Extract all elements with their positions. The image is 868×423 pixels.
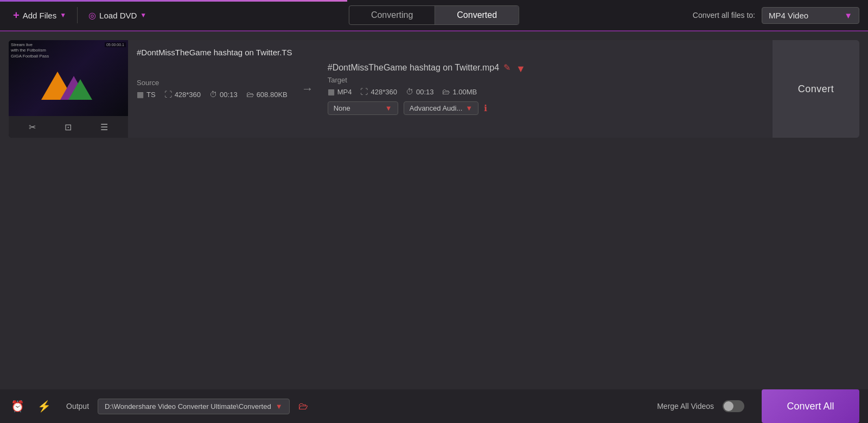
clock-icon-target: ⏱ [406, 87, 413, 96]
edit-icon[interactable]: ✎ [503, 62, 510, 73]
target-format-item: ▦ MP4 [328, 87, 352, 96]
output-label: Output [66, 402, 89, 411]
convert-all-to-section: Convert all files to: MP4 Video ▼ [693, 7, 859, 24]
subtitle-option: None [334, 104, 350, 112]
subtitle-dropdown[interactable]: None ▼ [328, 101, 398, 115]
folder-icon-source: 🗁 [246, 90, 254, 99]
format-selected-label: MP4 Video [769, 11, 808, 20]
output-path-arrow: ▼ [276, 402, 283, 411]
audio-dropdown-arrow: ▼ [465, 104, 473, 112]
audio-option: Advanced Audi... [410, 104, 463, 112]
tab-bar: Converting Converted [349, 5, 519, 25]
target-filename-row: #DontMissTheGame hashtag on Twitter.mp4 … [328, 62, 510, 73]
target-block: #DontMissTheGame hashtag on Twitter.mp4 … [328, 62, 510, 115]
source-duration: 00:13 [220, 91, 238, 99]
boost-icon-btn[interactable]: ⚡ [35, 398, 53, 415]
convert-btn-area: Convert [773, 40, 859, 138]
tab-converted[interactable]: Converted [435, 6, 519, 24]
trim-button[interactable]: ✂ [27, 120, 38, 134]
thumb-text-overlay: Stream live with the Fútbolísm GIGA Foot… [11, 42, 49, 59]
top-bar-divider [77, 7, 78, 23]
film-icon: ▦ [137, 90, 144, 99]
add-files-button[interactable]: + Add Files ▼ [9, 6, 71, 25]
target-meta: ▦ MP4 ⛶ 428*360 ⏱ 00:13 [328, 87, 510, 96]
source-duration-item: ⏱ 00:13 [209, 90, 238, 99]
audio-dropdown[interactable]: Advanced Audi... ▼ [404, 101, 478, 115]
merge-toggle[interactable] [723, 400, 744, 412]
convert-button[interactable]: Convert [773, 40, 859, 138]
clock-icon: ⏱ [209, 90, 217, 99]
resize-icon-target: ⛶ [360, 87, 368, 96]
subtitle-audio-row: None ▼ Advanced Audi... ▼ ℹ [328, 101, 510, 115]
resize-icon: ⛶ [164, 90, 172, 99]
folder-icon-target: 🗁 [442, 87, 450, 96]
triangle-green [68, 79, 92, 100]
output-path-selector[interactable]: D:\Wondershare Video Converter Ultimate\… [98, 399, 290, 414]
info-button[interactable]: ℹ [484, 103, 487, 113]
arrow-right: → [302, 82, 314, 96]
load-dvd-label: Load DVD [99, 11, 137, 20]
thumb-text-line1: Stream live [11, 42, 49, 48]
progress-line [0, 0, 347, 2]
subtitle-dropdown-arrow: ▼ [385, 104, 392, 112]
convert-all-button[interactable]: Convert All [762, 389, 859, 423]
crop-button[interactable]: ⊡ [62, 120, 74, 134]
source-block: Source ▦ TS ⛶ 428*360 ⏱ 00:13 [137, 79, 288, 99]
thumb-timer: 05:00:00.1 [105, 42, 126, 47]
load-dvd-dropdown-arrow: ▼ [140, 11, 146, 19]
source-size-item: 🗁 608.80KB [246, 90, 288, 99]
thumbnail-area: Stream live with the Fútbolísm GIGA Foot… [9, 40, 128, 138]
add-files-dropdown-arrow: ▼ [60, 11, 66, 19]
target-format: MP4 [337, 88, 352, 96]
source-resolution: 428*360 [175, 91, 201, 99]
source-format: TS [146, 91, 156, 99]
toggle-knob [724, 401, 733, 411]
bottom-bar: ⏰ ⚡ Output D:\Wondershare Video Converte… [0, 389, 868, 423]
merge-all-videos-label: Merge All Videos [657, 402, 714, 411]
source-resolution-item: ⛶ 428*360 [164, 90, 201, 99]
source-filename: #DontMissTheGame hashtag on Twitter.TS [137, 48, 764, 57]
thumb-text-line3: GIGA Football Pass [11, 54, 49, 59]
file-card: Stream live with the Fútbolísm GIGA Foot… [9, 40, 859, 138]
dvd-icon: ◎ [88, 10, 96, 21]
source-format-item: ▦ TS [137, 90, 156, 99]
film-icon-target: ▦ [328, 87, 335, 96]
source-target-row: Source ▦ TS ⛶ 428*360 ⏱ 00:13 [137, 62, 764, 115]
thumbnail-controls: ✂ ⊡ ☰ [9, 116, 128, 138]
top-bar: + Add Files ▼ ◎ Load DVD ▼ Converting Co… [0, 0, 868, 31]
target-duration: 00:13 [416, 88, 434, 96]
source-size: 608.80KB [257, 91, 288, 99]
output-path-text: D:\Wondershare Video Converter Ultimate\… [105, 402, 271, 411]
format-dropdown-arrow: ▼ [844, 11, 852, 20]
format-select-dropdown[interactable]: MP4 Video ▼ [762, 7, 859, 24]
target-label: Target [328, 76, 510, 84]
load-dvd-button[interactable]: ◎ Load DVD ▼ [84, 7, 151, 24]
effects-button[interactable]: ☰ [98, 120, 110, 134]
target-duration-item: ⏱ 00:13 [406, 87, 434, 96]
target-resolution-item: ⛶ 428*360 [360, 87, 397, 96]
schedule-icon-btn[interactable]: ⏰ [9, 398, 27, 415]
open-folder-button[interactable]: 🗁 [298, 401, 308, 412]
file-info: #DontMissTheGame hashtag on Twitter.TS S… [128, 40, 773, 138]
main-content: Stream live with the Fútbolísm GIGA Foot… [0, 31, 868, 389]
thumb-text-line2: with the Fútbolísm [11, 48, 49, 53]
target-size-item: 🗁 1.00MB [442, 87, 477, 96]
tab-converting[interactable]: Converting [349, 6, 435, 24]
source-label: Source [137, 79, 288, 87]
target-filename: #DontMissTheGame hashtag on Twitter.mp4 [328, 63, 499, 73]
target-format-dropdown-btn[interactable]: ▼ [516, 63, 526, 75]
target-size: 1.00MB [452, 88, 477, 96]
convert-all-to-label: Convert all files to: [693, 11, 755, 20]
target-area: #DontMissTheGame hashtag on Twitter.mp4 … [328, 62, 526, 115]
add-files-label: Add Files [23, 11, 57, 20]
thumbnail-image: Stream live with the Fútbolísm GIGA Foot… [9, 40, 128, 116]
target-resolution: 428*360 [371, 88, 397, 96]
source-meta: ▦ TS ⛶ 428*360 ⏱ 00:13 🗁 [137, 90, 288, 99]
plus-icon: + [13, 9, 20, 22]
